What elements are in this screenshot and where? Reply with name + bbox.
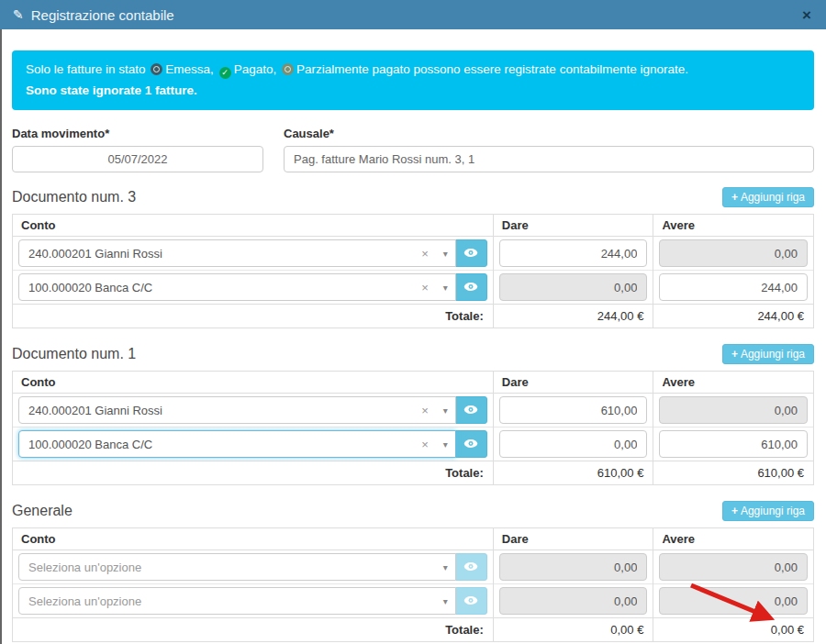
top-form: Data movimento* Causale*: [12, 127, 814, 172]
chevron-down-icon[interactable]: ▾: [443, 249, 448, 259]
col-header-dare: Dare: [493, 215, 653, 237]
status-emessa-label: Emessa,: [165, 62, 214, 76]
conto-select-placeholder: Seleziona un'opzione: [28, 594, 443, 608]
conto-select-placeholder: Seleziona un'opzione: [28, 561, 443, 574]
totale-row: Totale: 0,00 € 0,00 €: [13, 618, 814, 642]
dare-input[interactable]: [499, 430, 648, 458]
modal-body: Solo le fatture in stato Emessa, ✓Pagato…: [0, 50, 826, 644]
conto-select-value: 240.000201 Gianni Rossi: [28, 247, 421, 261]
col-header-conto: Conto: [13, 372, 494, 394]
chevron-down-icon[interactable]: ▾: [443, 439, 448, 450]
dare-input: [499, 553, 648, 581]
section-documento-3: Documento num. 3 +Aggiungi riga Conto Da…: [12, 187, 814, 328]
status-emessa: Emessa,: [149, 62, 214, 76]
avere-input[interactable]: [659, 273, 808, 301]
causale-input[interactable]: [284, 146, 814, 172]
add-row-label: Aggiungi riga: [741, 505, 805, 517]
view-account-button[interactable]: [455, 396, 487, 424]
table-row: 240.000201 Gianni Rossi × ▾: [13, 237, 814, 271]
table-row: Seleziona un'opzione ▾: [13, 584, 814, 618]
conto-select-value: 100.000020 Banca C/C: [28, 281, 421, 294]
totale-avere: 0,00 €: [653, 618, 814, 642]
plus-icon: +: [731, 191, 738, 204]
pencil-icon: ✎: [13, 7, 24, 22]
chevron-down-icon[interactable]: ▾: [443, 562, 448, 572]
eye-icon: [463, 438, 478, 451]
conto-select[interactable]: 100.000020 Banca C/C × ▾: [18, 273, 456, 301]
totale-avere: 610,00 €: [653, 461, 814, 485]
avere-input[interactable]: [659, 430, 808, 458]
clock-circle-icon: [151, 63, 162, 75]
add-row-label: Aggiungi riga: [741, 191, 805, 204]
check-circle-icon: ✓: [219, 67, 231, 79]
col-header-conto: Conto: [13, 528, 494, 550]
section-title: Documento num. 3: [12, 189, 136, 205]
totale-label: Totale:: [13, 305, 494, 328]
view-account-button: [455, 553, 487, 581]
dare-input[interactable]: [499, 396, 648, 424]
chevron-down-icon[interactable]: ▾: [443, 405, 448, 416]
dare-input: [499, 587, 648, 615]
alert-text-suffix: possono essere registrate contabilmente …: [414, 62, 688, 76]
view-account-button[interactable]: [455, 430, 487, 458]
totale-row: Totale: 610,00 € 610,00 €: [13, 461, 814, 485]
table-row: 100.000020 Banca C/C × ▾: [13, 271, 814, 305]
date-label: Data movimento*: [12, 127, 263, 140]
status-pagato-label: Pagato,: [234, 62, 277, 76]
totale-row: Totale: 244,00 € 244,00 €: [13, 305, 814, 328]
eye-icon: [463, 561, 478, 574]
modal-backdrop-edge: [0, 29, 2, 644]
totale-dare: 0,00 €: [493, 618, 653, 642]
dare-input[interactable]: [499, 239, 648, 267]
add-row-button[interactable]: +Aggiungi riga: [722, 344, 814, 364]
col-header-avere: Avere: [653, 528, 814, 550]
add-row-button[interactable]: +Aggiungi riga: [722, 501, 814, 521]
view-account-button[interactable]: [455, 273, 487, 301]
col-header-avere: Avere: [653, 215, 814, 237]
col-header-dare: Dare: [493, 372, 653, 394]
conto-select-value: 100.000020 Banca C/C: [28, 438, 421, 451]
view-account-button[interactable]: [455, 239, 487, 267]
section-documento-1: Documento num. 1 +Aggiungi riga Conto Da…: [12, 344, 814, 485]
plus-icon: +: [731, 348, 738, 361]
eye-icon: [463, 247, 478, 261]
section-title: Generale: [12, 503, 73, 519]
clear-icon[interactable]: ×: [421, 247, 429, 261]
totale-label: Totale:: [13, 461, 494, 485]
chevron-down-icon[interactable]: ▾: [443, 596, 448, 606]
col-header-avere: Avere: [653, 372, 814, 394]
add-row-button[interactable]: +Aggiungi riga: [722, 187, 814, 207]
status-parziale-label: Parzialmente pagato: [296, 62, 410, 76]
totale-avere: 244,00 €: [653, 305, 814, 328]
modal-header: ✎ Registrazione contabile ×: [0, 0, 826, 29]
col-header-dare: Dare: [493, 528, 653, 550]
view-account-button: [455, 587, 487, 615]
conto-select[interactable]: 240.000201 Gianni Rossi × ▾: [18, 239, 456, 267]
col-header-conto: Conto: [13, 215, 494, 237]
chevron-down-icon[interactable]: ▾: [443, 283, 448, 293]
clear-icon[interactable]: ×: [421, 281, 429, 294]
conto-select[interactable]: 100.000020 Banca C/C × ▾: [18, 430, 456, 458]
eye-icon: [463, 404, 478, 417]
accounting-table: Conto Dare Avere 240.000201 Gianni Rossi…: [12, 371, 814, 485]
avere-input: [659, 587, 808, 615]
alert-line2: Sono state ignorate 1 fatture.: [26, 80, 800, 101]
totale-dare: 244,00 €: [493, 305, 653, 328]
dare-input: [499, 273, 648, 301]
table-row: 100.000020 Banca C/C × ▾: [13, 427, 814, 461]
avere-input: [659, 239, 808, 267]
clear-icon[interactable]: ×: [421, 438, 429, 451]
avere-input: [659, 553, 808, 581]
plus-icon: +: [731, 505, 738, 517]
info-alert: Solo le fatture in stato Emessa, ✓Pagato…: [12, 50, 814, 110]
close-icon[interactable]: ×: [800, 7, 813, 23]
modal-title: Registrazione contabile: [31, 7, 174, 23]
accounting-table: Conto Dare Avere 240.000201 Gianni Rossi…: [12, 214, 814, 328]
conto-select[interactable]: 240.000201 Gianni Rossi × ▾: [18, 396, 456, 424]
date-input[interactable]: [12, 146, 263, 172]
conto-select[interactable]: Seleziona un'opzione ▾: [18, 553, 456, 581]
section-generale: Generale +Aggiungi riga Conto Dare Avere…: [12, 501, 814, 642]
clear-icon[interactable]: ×: [421, 404, 429, 417]
table-row: 240.000201 Gianni Rossi × ▾: [13, 394, 814, 427]
conto-select[interactable]: Seleziona un'opzione ▾: [18, 587, 456, 615]
